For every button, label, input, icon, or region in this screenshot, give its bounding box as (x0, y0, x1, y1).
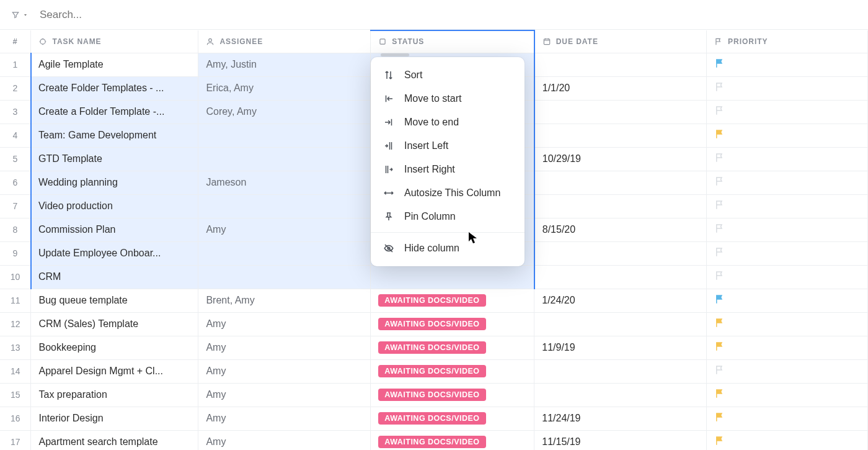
status-badge[interactable]: AWAITING DOCS/VIDEO (378, 341, 485, 354)
task-name-cell[interactable]: Create Folder Templates - ... (31, 76, 198, 100)
priority-cell[interactable] (707, 147, 868, 171)
menu-move-end[interactable]: Move to end (371, 110, 525, 134)
assignee-cell[interactable]: Brent, Amy (198, 289, 371, 312)
due-date-cell[interactable]: 1/24/20 (534, 289, 707, 312)
assignee-cell[interactable] (198, 147, 371, 171)
status-cell[interactable]: AWAITING DOCS/VIDEO (371, 312, 534, 336)
col-header-priority[interactable]: PRIORITY (707, 30, 868, 53)
menu-insert-left[interactable]: Insert Left (371, 134, 525, 158)
priority-cell[interactable] (707, 383, 868, 407)
status-cell[interactable]: AWAITING DOCS/VIDEO (371, 383, 534, 407)
status-badge[interactable]: AWAITING DOCS/VIDEO (378, 318, 485, 330)
assignee-cell[interactable]: Amy (198, 336, 371, 359)
task-name-cell[interactable]: Create a Folder Template -... (31, 100, 198, 124)
status-cell[interactable] (371, 265, 534, 289)
task-name-cell[interactable]: Agile Template (31, 53, 198, 76)
due-date-cell[interactable] (534, 53, 707, 76)
menu-insert-right[interactable]: Insert Right (371, 158, 525, 181)
table-row[interactable]: 12CRM (Sales) TemplateAmyAWAITING DOCS/V… (0, 312, 868, 336)
col-header-due[interactable]: DUE DATE (534, 30, 707, 53)
task-name-cell[interactable]: Wedding planning (31, 171, 198, 194)
status-badge[interactable]: AWAITING DOCS/VIDEO (378, 389, 485, 401)
assignee-cell[interactable]: Amy (198, 407, 371, 430)
task-name-cell[interactable]: CRM (31, 265, 198, 289)
assignee-cell[interactable] (198, 124, 371, 147)
task-name-cell[interactable]: Bug queue template (31, 289, 198, 312)
column-drag-handle[interactable] (381, 53, 409, 56)
col-header-assignee[interactable]: ASSIGNEE (198, 30, 371, 53)
status-cell[interactable]: AWAITING DOCS/VIDEO (371, 430, 534, 450)
task-name-cell[interactable]: Tax preparation (31, 383, 198, 407)
assignee-cell[interactable]: Amy (198, 359, 371, 383)
due-date-cell[interactable] (534, 100, 707, 124)
assignee-cell[interactable]: Amy (198, 430, 371, 450)
assignee-cell[interactable]: Corey, Amy (198, 100, 371, 124)
table-row[interactable]: 14Apparel Design Mgmt + Cl...AmyAWAITING… (0, 359, 868, 383)
priority-cell[interactable] (707, 218, 868, 241)
priority-cell[interactable] (707, 407, 868, 430)
due-date-cell[interactable]: 11/24/19 (534, 407, 707, 430)
due-date-cell[interactable] (534, 312, 707, 336)
due-date-cell[interactable] (534, 359, 707, 383)
assignee-cell[interactable] (198, 194, 371, 218)
task-name-cell[interactable]: Bookkeeping (31, 336, 198, 359)
assignee-cell[interactable]: Amy, Justin (198, 53, 371, 76)
priority-cell[interactable] (707, 194, 868, 218)
due-date-cell[interactable] (534, 265, 707, 289)
assignee-cell[interactable] (198, 265, 371, 289)
task-name-cell[interactable]: Update Employee Onboar... (31, 241, 198, 265)
task-name-cell[interactable]: Apparel Design Mgmt + Cl... (31, 359, 198, 383)
assignee-cell[interactable] (198, 241, 371, 265)
due-date-cell[interactable]: 11/9/19 (534, 336, 707, 359)
status-badge[interactable]: AWAITING DOCS/VIDEO (378, 412, 485, 425)
priority-cell[interactable] (707, 312, 868, 336)
status-badge[interactable]: AWAITING DOCS/VIDEO (378, 365, 485, 377)
due-date-cell[interactable] (534, 171, 707, 194)
assignee-cell[interactable]: Amy (198, 312, 371, 336)
task-name-cell[interactable]: Interior Design (31, 407, 198, 430)
priority-cell[interactable] (707, 265, 868, 289)
due-date-cell[interactable]: 10/29/19 (534, 147, 707, 171)
due-date-cell[interactable] (534, 241, 707, 265)
task-name-cell[interactable]: Apartment search template (31, 430, 198, 450)
priority-cell[interactable] (707, 53, 868, 76)
status-cell[interactable]: AWAITING DOCS/VIDEO (371, 359, 534, 383)
col-header-task[interactable]: TASK NAME (31, 30, 198, 53)
menu-autosize[interactable]: Autosize This Column (371, 181, 525, 205)
menu-hide[interactable]: Hide column (371, 236, 525, 260)
menu-move-start[interactable]: Move to start (371, 87, 525, 110)
task-name-cell[interactable]: CRM (Sales) Template (31, 312, 198, 336)
col-header-number[interactable]: # (0, 30, 31, 53)
table-row[interactable]: 11Bug queue templateBrent, AmyAWAITING D… (0, 289, 868, 312)
due-date-cell[interactable] (534, 383, 707, 407)
menu-sort[interactable]: Sort (371, 63, 525, 87)
status-cell[interactable]: AWAITING DOCS/VIDEO (371, 407, 534, 430)
search-input[interactable] (38, 8, 857, 22)
table-row[interactable]: 10CRM (0, 265, 868, 289)
table-row[interactable]: 16Interior DesignAmyAWAITING DOCS/VIDEO1… (0, 407, 868, 430)
priority-cell[interactable] (707, 171, 868, 194)
filter-button[interactable] (11, 11, 29, 19)
assignee-cell[interactable]: Jameson (198, 171, 371, 194)
task-name-cell[interactable]: Video production (31, 194, 198, 218)
assignee-cell[interactable]: Amy (198, 218, 371, 241)
col-header-status[interactable]: STATUS (371, 30, 534, 53)
due-date-cell[interactable]: 1/1/20 (534, 76, 707, 100)
status-cell[interactable]: AWAITING DOCS/VIDEO (371, 336, 534, 359)
status-badge[interactable]: AWAITING DOCS/VIDEO (378, 294, 485, 307)
task-name-cell[interactable]: Commission Plan (31, 218, 198, 241)
table-row[interactable]: 15Tax preparationAmyAWAITING DOCS/VIDEO (0, 383, 868, 407)
assignee-cell[interactable]: Amy (198, 383, 371, 407)
status-badge[interactable]: AWAITING DOCS/VIDEO (378, 436, 485, 448)
priority-cell[interactable] (707, 124, 868, 147)
priority-cell[interactable] (707, 336, 868, 359)
task-name-cell[interactable]: GTD Template (31, 147, 198, 171)
priority-cell[interactable] (707, 241, 868, 265)
priority-cell[interactable] (707, 289, 868, 312)
task-name-cell[interactable]: Team: Game Development (31, 124, 198, 147)
priority-cell[interactable] (707, 359, 868, 383)
due-date-cell[interactable] (534, 194, 707, 218)
priority-cell[interactable] (707, 430, 868, 450)
assignee-cell[interactable]: Erica, Amy (198, 76, 371, 100)
due-date-cell[interactable]: 8/15/20 (534, 218, 707, 241)
